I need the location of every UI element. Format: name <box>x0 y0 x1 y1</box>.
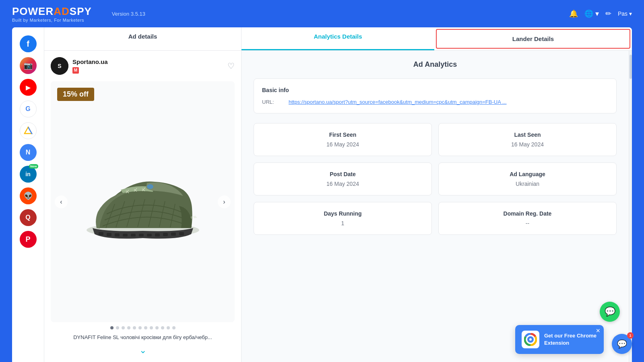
reddit-icon: 👽 <box>24 191 33 200</box>
stat-last-seen: Last Seen 16 May 2024 <box>438 123 617 156</box>
top-bar: POWERADSPY Built by Marketers, For Marke… <box>0 0 644 27</box>
carousel-dots <box>51 326 235 329</box>
ad-details-header: Ad details <box>44 27 242 50</box>
linkedin-icon: in <box>25 171 30 177</box>
youtube-icon: ▶ <box>26 84 31 91</box>
stat-first-seen: First Seen 16 May 2024 <box>254 123 432 156</box>
days-running-label: Days Running <box>262 210 423 217</box>
whatsapp-icon: 💬 <box>605 306 615 317</box>
domain-reg-value: -- <box>447 220 608 226</box>
sidebar-item-google[interactable]: G <box>20 101 37 117</box>
sidebar-item-youtube[interactable]: ▶ <box>20 79 37 96</box>
dot-4[interactable] <box>127 326 130 329</box>
dot-2[interactable] <box>116 326 119 329</box>
ad-image-container: 15% off <box>51 81 235 322</box>
username: Pas <box>618 10 627 17</box>
instagram-icon: 📷 <box>24 61 33 70</box>
google-icon: G <box>25 105 30 113</box>
dot-8[interactable] <box>150 326 153 329</box>
chrome-icon <box>524 333 537 346</box>
logo-tagline: Built by Marketers, For Marketers <box>12 18 92 23</box>
tab-analytics-details[interactable]: Analytics Details <box>242 27 434 50</box>
url-row: URL: https://sportano.ua/sport?utm_sourc… <box>262 99 608 105</box>
user-menu[interactable]: Pas ▾ <box>618 10 632 17</box>
sidebar-item-reddit[interactable]: 👽 <box>20 187 37 204</box>
chrome-popup-close-button[interactable]: ✕ <box>596 327 601 334</box>
analytics-title: Ad Analytics <box>254 60 617 69</box>
scroll-down: ⌄ <box>51 345 235 356</box>
svg-rect-10 <box>139 234 144 237</box>
sidebar-item-adwords[interactable] <box>20 122 37 139</box>
chrome-extension-text: Get our Free Chrome Extension <box>544 332 597 347</box>
svg-rect-15 <box>179 232 184 235</box>
chevron-down-icon[interactable]: ⌄ <box>139 345 147 356</box>
ad-preview-panel: S Sportano.ua M ♡ <box>44 51 242 362</box>
days-running-value: 1 <box>262 220 423 226</box>
stat-ad-language: Ad Language Ukrainian <box>438 162 617 195</box>
svg-point-30 <box>147 184 153 189</box>
logo-spy: SPY <box>70 5 92 17</box>
url-label: URL: <box>262 99 282 105</box>
notification-icon[interactable]: 🔔 <box>569 9 578 18</box>
native-icon: N <box>26 149 31 156</box>
logo-power: POWER <box>12 5 54 17</box>
first-seen-label: First Seen <box>262 132 423 138</box>
edit-icon[interactable]: ✏ <box>605 9 611 18</box>
stat-domain-reg: Domain Reg. Date -- <box>438 202 617 235</box>
quora-icon: Q <box>25 214 30 221</box>
chat-notification-badge: 1 <box>627 332 634 339</box>
logo[interactable]: POWERADSPY Built by Marketers, For Marke… <box>12 5 92 23</box>
sidebar-item-instagram[interactable]: 📷 <box>20 57 37 74</box>
logo-ad: AD <box>54 5 70 17</box>
pinterest-icon: P <box>25 235 30 244</box>
main-area: f 📷 ▶ G N in New 👽 Q P <box>12 27 632 362</box>
carousel-next-button[interactable]: › <box>218 195 231 208</box>
chat-icon: 💬 <box>617 339 627 349</box>
svg-rect-5 <box>99 232 103 235</box>
content-panel: Ad details Analytics Details Lander Deta… <box>44 27 632 362</box>
post-date-value: 16 May 2024 <box>262 181 423 187</box>
sidebar: f 📷 ▶ G N in New 👽 Q P <box>12 27 44 362</box>
carousel-prev-button[interactable]: ‹ <box>55 195 68 208</box>
tab-lander-details[interactable]: Lander Details <box>436 29 630 49</box>
sidebar-item-native[interactable]: N <box>20 144 37 161</box>
chrome-extension-popup[interactable]: Get our Free Chrome Extension ✕ <box>515 325 604 354</box>
svg-point-35 <box>529 338 532 341</box>
dot-11[interactable] <box>167 326 170 329</box>
new-badge: New <box>29 164 38 169</box>
url-value[interactable]: https://sportano.ua/sport?utm_source=fac… <box>289 99 507 105</box>
panels-body: S Sportano.ua M ♡ <box>44 51 632 362</box>
favorite-button[interactable]: ♡ <box>227 61 235 71</box>
advertiser-header: S Sportano.ua M ♡ <box>51 57 235 75</box>
svg-rect-12 <box>155 233 160 237</box>
ad-language-value: Ukrainian <box>447 181 608 187</box>
whatsapp-button[interactable]: 💬 <box>600 302 620 322</box>
dot-6[interactable] <box>138 326 142 329</box>
scrollbar-thumb[interactable] <box>630 55 632 79</box>
dot-5[interactable] <box>133 326 136 329</box>
sidebar-item-quora[interactable]: Q <box>20 209 37 226</box>
dot-10[interactable] <box>161 326 164 329</box>
stat-days-running: Days Running 1 <box>254 202 432 235</box>
shoe-image: FELINE SL <box>74 150 211 254</box>
sidebar-item-linkedin[interactable]: in New <box>20 166 37 183</box>
dot-1[interactable] <box>110 326 114 329</box>
facebook-icon: f <box>27 39 29 49</box>
svg-rect-13 <box>163 233 168 236</box>
dot-9[interactable] <box>155 326 159 329</box>
dot-12[interactable] <box>172 326 175 329</box>
sidebar-item-facebook[interactable]: f <box>20 35 37 52</box>
dot-7[interactable] <box>144 326 147 329</box>
svg-rect-14 <box>171 232 176 236</box>
analytics-panel: Ad Analytics Basic info URL: https://spo… <box>242 51 629 362</box>
domain-reg-label: Domain Reg. Date <box>447 210 608 217</box>
dot-3[interactable] <box>122 326 125 329</box>
ad-language-label: Ad Language <box>447 171 608 177</box>
globe-icon[interactable]: 🌐 ▾ <box>584 9 599 18</box>
post-date-label: Post Date <box>262 171 423 177</box>
svg-rect-11 <box>147 234 152 237</box>
sidebar-item-pinterest[interactable]: P <box>20 231 37 248</box>
svg-rect-6 <box>107 233 111 236</box>
basic-info-section: Basic info URL: https://sportano.ua/spor… <box>254 78 617 113</box>
scrollbar-track[interactable] <box>629 51 632 362</box>
